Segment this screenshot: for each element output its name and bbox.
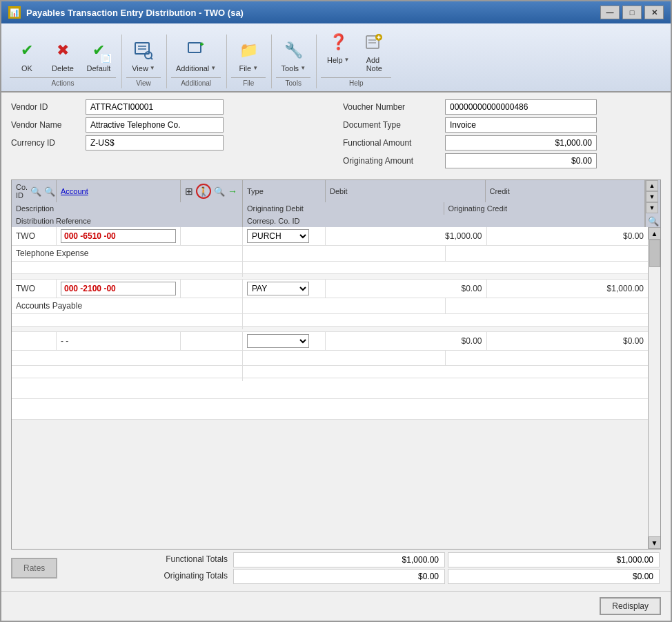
toolbar-group-actions: ✔ OK ✖ Delete ✔ 📄 Default Actions bbox=[7, 35, 122, 88]
main-window: 📊 Payables Transaction Entry Distributio… bbox=[0, 0, 672, 622]
row3-orig-credit bbox=[446, 351, 649, 366]
window-title: Payables Transaction Entry Distribution … bbox=[26, 8, 244, 18]
row3-account: - - bbox=[57, 332, 181, 350]
row1-orig-credit bbox=[446, 246, 649, 261]
gh-orig-credit: Originating Credit bbox=[444, 202, 646, 215]
row2-orig-credit bbox=[446, 298, 649, 313]
functional-totals-debit: $1,000.00 bbox=[233, 552, 445, 567]
default-icon: ✔ 📄 bbox=[86, 38, 111, 63]
help-button[interactable]: ❓ Help ▼ bbox=[321, 26, 355, 76]
row2-type[interactable]: PAY bbox=[243, 280, 326, 298]
account-link[interactable]: Account bbox=[61, 187, 88, 195]
close-button[interactable]: ✕ bbox=[644, 6, 664, 19]
help-dropdown-arrow: ▼ bbox=[344, 57, 350, 63]
addnote-icon bbox=[362, 30, 386, 55]
scroll-up-btn[interactable]: ▲ bbox=[649, 227, 661, 240]
row1-co-id: TWO bbox=[12, 227, 57, 245]
vendor-name-value: Attractive Telephone Co. bbox=[86, 117, 224, 133]
view-dropdown-arrow: ▼ bbox=[150, 65, 155, 71]
grid-header-row3: Distribution Reference Corresp. Co. ID 🔍 bbox=[11, 215, 661, 227]
row2-dist-ref-value bbox=[12, 314, 243, 329]
svg-line-4 bbox=[151, 58, 153, 60]
row1-corresp-co-id-value bbox=[243, 262, 648, 277]
addnote-button[interactable]: AddNote bbox=[357, 26, 391, 76]
grid-rows: TWO PURCH $1,000.00 $0.00 bbox=[12, 227, 648, 549]
row3-distref bbox=[12, 366, 648, 378]
vendor-id-row: Vendor ID ATTRACTI00001 bbox=[11, 99, 329, 115]
search-icon-2[interactable]: 🔍 bbox=[214, 186, 225, 197]
help-label: Help bbox=[327, 56, 343, 64]
row1-debit: $1,000.00 bbox=[326, 227, 487, 245]
currency-id-row: Currency ID Z-US$ bbox=[11, 135, 329, 150]
main-content: Vendor ID ATTRACTI00001 Vendor Name Attr… bbox=[1, 93, 671, 591]
toolbar-group-tools: 🔧 Tools ▼ Tools bbox=[273, 35, 317, 88]
file-button[interactable]: 📁 File ▼ bbox=[231, 35, 266, 76]
row1-type[interactable]: PURCH bbox=[243, 227, 326, 245]
currency-id-value: Z-US$ bbox=[86, 135, 224, 150]
row2-account[interactable] bbox=[57, 280, 181, 298]
gh-orig-debit: Originating Debit bbox=[243, 202, 444, 215]
view-icon bbox=[131, 38, 156, 63]
scroll-down-btn[interactable]: ▼ bbox=[649, 536, 661, 549]
scroll-down-button[interactable]: ▼ bbox=[646, 191, 658, 202]
info-left-panel: Vendor ID ATTRACTI00001 Vendor Name Attr… bbox=[11, 99, 329, 168]
document-type-row: Document Type Invoice bbox=[343, 117, 661, 133]
vertical-scrollbar[interactable]: ▲ ▼ bbox=[648, 227, 660, 549]
vendor-id-label: Vendor ID bbox=[11, 102, 80, 112]
row2-type-select[interactable]: PAY bbox=[247, 282, 309, 295]
row1-account-input[interactable] bbox=[61, 229, 176, 243]
tools-dropdown-arrow: ▼ bbox=[300, 65, 306, 71]
header-scroll-col: ▲ ▼ bbox=[645, 180, 660, 202]
table-row: - - $0.00 $0.00 bbox=[12, 332, 648, 378]
scroll-thumb[interactable] bbox=[649, 240, 660, 267]
delete-button[interactable]: ✖ Delete bbox=[46, 35, 80, 76]
scroll-up-button[interactable]: ▲ bbox=[646, 180, 658, 191]
file-group-label: File bbox=[231, 77, 266, 87]
scroll-down-button-2[interactable]: ▼ bbox=[646, 202, 658, 213]
row1-orig-debit bbox=[243, 246, 446, 261]
ok-icon: ✔ bbox=[14, 38, 39, 63]
toolbar-group-additional: Additional ▼ Additional bbox=[168, 35, 227, 88]
currency-id-label: Currency ID bbox=[11, 138, 80, 148]
vendor-id-value: ATTRACTI00001 bbox=[86, 99, 224, 115]
vendor-name-row: Vendor Name Attractive Telephone Co. bbox=[11, 117, 329, 133]
minimize-button[interactable]: — bbox=[600, 6, 620, 19]
row3-type-select[interactable] bbox=[247, 334, 309, 348]
row3-type[interactable] bbox=[243, 332, 326, 350]
toolbar: ✔ OK ✖ Delete ✔ 📄 Default Actions bbox=[1, 23, 671, 93]
row1-main: TWO PURCH $1,000.00 $0.00 bbox=[12, 227, 648, 246]
bottom-bar: Redisplay bbox=[1, 591, 671, 621]
document-type-label: Document Type bbox=[343, 120, 439, 130]
tools-icon: 🔧 bbox=[281, 38, 306, 63]
help-group-label: Help bbox=[321, 77, 391, 87]
additional-icon bbox=[184, 38, 208, 63]
row2-account-input[interactable] bbox=[61, 282, 176, 295]
redisplay-button[interactable]: Redisplay bbox=[600, 597, 661, 615]
row1-desc: Telephone Expense bbox=[12, 246, 648, 262]
additional-dropdown-arrow: ▼ bbox=[210, 65, 216, 71]
voucher-number-value: 00000000000000486 bbox=[445, 99, 597, 115]
default-label: Default bbox=[87, 64, 111, 72]
search-icon-3[interactable]: 🔍 bbox=[648, 216, 659, 226]
tools-button[interactable]: 🔧 Tools ▼ bbox=[276, 35, 310, 76]
filter-icon-1[interactable]: 🔍 bbox=[44, 185, 55, 197]
search-icon-1[interactable]: 🔍 bbox=[30, 185, 41, 197]
person-circle-icon[interactable]: 🚶 bbox=[196, 184, 211, 199]
rates-button[interactable]: Rates bbox=[11, 558, 57, 579]
additional-button[interactable]: Additional ▼ bbox=[171, 35, 221, 76]
grid-header-row1: Co. ID 🔍 🔍 Account ⊞ 🚶 🔍 → Type bbox=[11, 179, 661, 202]
file-icon: 📁 bbox=[236, 38, 261, 63]
row1-type-select[interactable]: PURCH bbox=[247, 229, 309, 243]
row2-desc: Accounts Payable bbox=[12, 298, 648, 314]
view-button[interactable]: View ▼ bbox=[126, 35, 161, 76]
arrow-right-icon[interactable]: → bbox=[228, 186, 237, 197]
row2-main: TWO PAY $0.00 $1,000.00 bbox=[12, 280, 648, 298]
gh-co-id: Co. ID 🔍 🔍 bbox=[12, 180, 57, 202]
row1-account[interactable] bbox=[57, 227, 181, 245]
default-button[interactable]: ✔ 📄 Default bbox=[81, 35, 116, 76]
grid-icon[interactable]: ⊞ bbox=[185, 186, 193, 197]
ok-button[interactable]: ✔ OK bbox=[10, 35, 44, 76]
dist-ref-search[interactable]: 🔍 bbox=[645, 215, 660, 227]
view-group-label: View bbox=[126, 77, 161, 87]
maximize-button[interactable]: □ bbox=[622, 6, 642, 19]
